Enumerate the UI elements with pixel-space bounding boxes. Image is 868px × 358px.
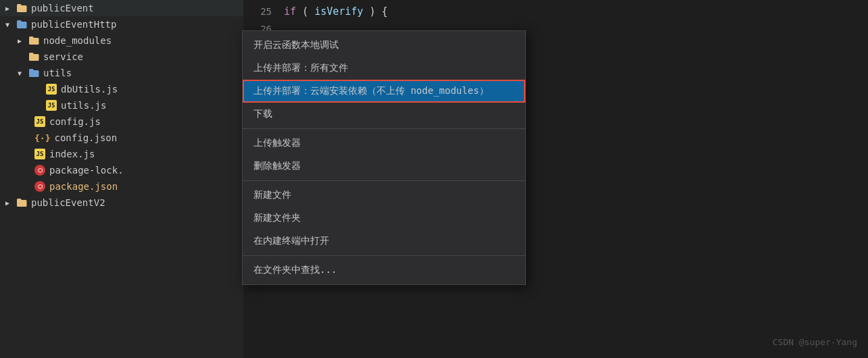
menu-item-find-in-folder[interactable]: 在文件夹中查找...	[243, 259, 525, 282]
file-item-utils[interactable]: ▼ utils	[0, 65, 243, 81]
js-icon-2: JS	[46, 100, 57, 111]
menu-item-upload-trigger[interactable]: 上传触发器	[243, 132, 525, 155]
menu-label-upload-deploy-all: 上传并部署：所有文件	[254, 62, 348, 74]
menu-item-download[interactable]: 下载	[243, 103, 525, 126]
file-item-publicEvent[interactable]: ▶ publicEvent	[0, 0, 243, 16]
js-icon-4: JS	[34, 149, 45, 159]
folder-icon-5	[16, 197, 27, 208]
menu-separator-2	[243, 180, 525, 181]
folder-icon	[16, 3, 27, 14]
line-number-25: 25	[243, 6, 277, 17]
arrow-icon-6: ▶	[5, 199, 16, 207]
menu-item-upload-deploy-cloud[interactable]: 上传并部署：云端安装依赖（不上传 node_modules）	[243, 80, 525, 103]
menu-item-upload-deploy-all[interactable]: 上传并部署：所有文件	[243, 57, 525, 80]
menu-separator-1	[243, 128, 525, 129]
file-label-publicEventHttp: publicEventHttp	[31, 19, 116, 30]
file-label-publicEventV2: publicEventV2	[31, 197, 105, 208]
menu-label-new-file: 新建文件	[254, 189, 291, 201]
menu-label-upload-trigger: 上传触发器	[254, 137, 301, 149]
file-item-dbUtils[interactable]: JS dbUtils.js	[0, 81, 243, 97]
js-icon-1: JS	[46, 84, 57, 95]
file-item-utils-js[interactable]: JS utils.js	[0, 97, 243, 113]
menu-item-delete-trigger[interactable]: 删除触发器	[243, 155, 525, 178]
file-label-utils-js: utils.js	[61, 100, 106, 111]
file-label-index-js: index.js	[49, 149, 95, 159]
file-label-node_modules: node_modules	[43, 35, 112, 46]
file-item-service[interactable]: service	[0, 49, 243, 65]
menu-label-start-local-debug: 开启云函数本地调试	[254, 39, 339, 51]
file-label-service: service	[43, 51, 83, 62]
file-label-package-lock: package-lock.	[49, 165, 124, 176]
code-content-25: if ( isVerify ) {	[284, 5, 388, 18]
file-item-node_modules[interactable]: ▶ node_modules	[0, 32, 243, 49]
file-item-package-lock[interactable]: ⬡ package-lock.	[0, 162, 243, 178]
code-line-25: 25 if ( isVerify ) {	[243, 3, 868, 20]
folder-icon-4	[28, 68, 39, 78]
menu-label-download: 下载	[254, 108, 272, 120]
menu-separator-3	[243, 255, 525, 256]
npm-icon-1: ⬡	[34, 165, 45, 176]
watermark: CSDN @super-Yang	[773, 337, 857, 347]
js-icon-3: JS	[34, 116, 45, 127]
file-item-publicEventV2[interactable]: ▶ publicEventV2	[0, 195, 243, 211]
menu-item-start-local-debug[interactable]: 开启云函数本地调试	[243, 34, 525, 57]
menu-item-new-folder[interactable]: 新建文件夹	[243, 207, 525, 230]
folder-icon-2	[28, 35, 39, 46]
arrow-icon: ▶	[5, 5, 16, 12]
file-label-publicEvent: publicEvent	[31, 3, 94, 14]
file-label-utils: utils	[43, 68, 72, 78]
folder-open-icon	[16, 19, 27, 30]
npm-icon-2: ⬡	[34, 181, 45, 192]
json-icon: {·}	[34, 133, 50, 143]
file-label-config-js: config.js	[49, 116, 101, 127]
file-item-index-js[interactable]: JS index.js	[0, 146, 243, 162]
menu-label-new-folder: 新建文件夹	[254, 212, 301, 224]
arrow-icon-5: ▼	[18, 70, 28, 77]
menu-label-open-terminal: 在内建终端中打开	[254, 235, 329, 247]
file-item-config-json[interactable]: {·} config.json	[0, 130, 243, 146]
menu-label-upload-deploy-cloud: 上传并部署：云端安装依赖（不上传 node_modules）	[254, 85, 489, 97]
file-label-dbUtils: dbUtils.js	[61, 84, 118, 95]
arrow-icon-2: ▼	[5, 21, 16, 28]
folder-icon-3	[28, 51, 39, 62]
file-label-config-json: config.json	[54, 132, 117, 143]
menu-item-open-terminal[interactable]: 在内建终端中打开	[243, 230, 525, 253]
file-item-config-js[interactable]: JS config.js	[0, 113, 243, 130]
arrow-icon-3: ▶	[18, 37, 28, 45]
context-menu: 开启云函数本地调试 上传并部署：所有文件 上传并部署：云端安装依赖（不上传 no…	[242, 30, 526, 285]
menu-label-delete-trigger: 删除触发器	[254, 160, 301, 172]
file-explorer: ▶ publicEvent ▼ publicEventHttp ▶ node_m…	[0, 0, 243, 358]
menu-label-find-in-folder: 在文件夹中查找...	[254, 264, 337, 276]
file-label-package-json: package.json	[49, 181, 118, 192]
file-item-package-json[interactable]: ⬡ package.json	[0, 178, 243, 195]
menu-item-new-file[interactable]: 新建文件	[243, 184, 525, 207]
file-item-publicEventHttp[interactable]: ▼ publicEventHttp	[0, 16, 243, 32]
